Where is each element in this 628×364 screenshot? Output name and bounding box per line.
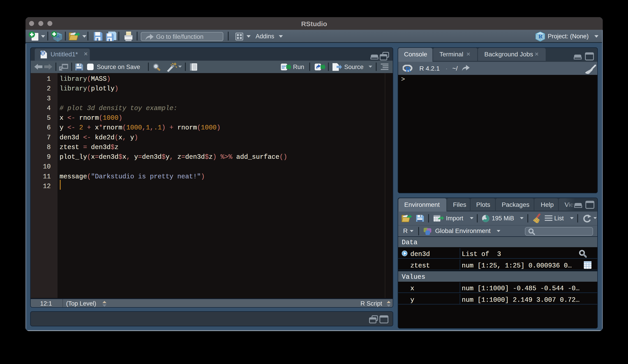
svg-text:R: R — [406, 65, 411, 73]
svg-text:R: R — [539, 33, 543, 40]
svg-text:R: R — [41, 51, 45, 56]
